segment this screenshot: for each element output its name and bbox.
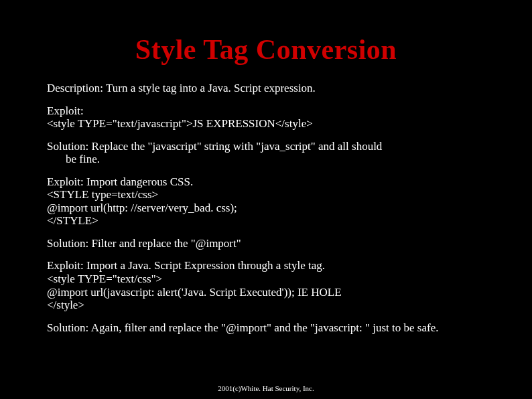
slide-title: Style Tag Conversion — [47, 33, 485, 66]
solution-1-line2: be fine. — [47, 153, 485, 166]
exploit-3: Exploit: Import a Java. Script Expressio… — [47, 259, 485, 311]
exploit-2-code3: </STYLE> — [47, 214, 98, 227]
exploit-3-code3: </style> — [47, 299, 84, 311]
exploit-3-code1: <style TYPE="text/css"> — [47, 272, 162, 285]
exploit-3-code2: @import url(javascript: alert('Java. Scr… — [47, 286, 342, 299]
exploit-1-label: Exploit: — [47, 104, 84, 117]
solution-2: Solution: Filter and replace the "@impor… — [47, 237, 485, 250]
exploit-1: Exploit: <style TYPE="text/javascript">J… — [47, 104, 485, 131]
exploit-3-label: Exploit: Import a Java. Script Expressio… — [47, 259, 325, 272]
exploit-1-code: <style TYPE="text/javascript">JS EXPRESS… — [47, 117, 313, 130]
description-text: Description: Turn a style tag into a Jav… — [47, 82, 485, 95]
exploit-2-code2: @import url(http: //server/very_bad. css… — [47, 202, 237, 214]
footer-text: 2001(c)White. Hat Security, Inc. — [0, 384, 532, 392]
exploit-2-code1: <STYLE type=text/css> — [47, 188, 158, 201]
solution-3: Solution: Again, filter and replace the … — [47, 321, 485, 335]
solution-1-line1: Solution: Replace the "javascript" strin… — [47, 140, 382, 153]
exploit-2-label: Exploit: Import dangerous CSS. — [47, 175, 193, 188]
solution-1: Solution: Replace the "javascript" strin… — [47, 140, 485, 166]
slide: Style Tag Conversion Description: Turn a… — [0, 0, 532, 399]
exploit-2: Exploit: Import dangerous CSS. <STYLE ty… — [47, 175, 485, 228]
